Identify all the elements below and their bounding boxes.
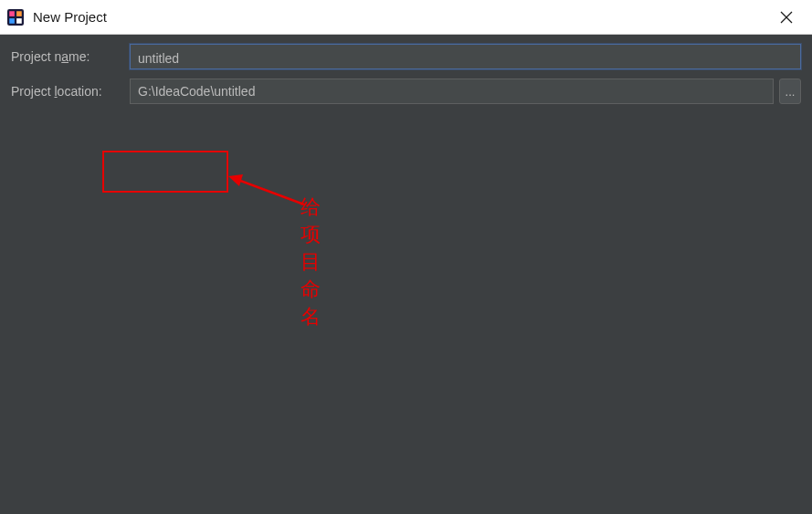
window-title: New Project <box>33 9 107 25</box>
browse-button[interactable]: ... <box>779 79 801 104</box>
svg-rect-1 <box>9 11 15 16</box>
svg-rect-4 <box>16 18 22 24</box>
project-name-row: Project name: untitled <box>11 44 801 69</box>
annotation-box <box>102 151 228 193</box>
title-bar: New Project <box>0 0 812 35</box>
annotation-arrow-icon <box>227 172 309 208</box>
annotation-text: 给项目命名 <box>301 194 321 330</box>
svg-rect-2 <box>16 11 22 16</box>
project-location-label: Project location: <box>11 84 124 99</box>
app-icon <box>7 9 24 26</box>
dialog-content: Project name: untitled Project location:… <box>0 35 812 122</box>
svg-line-7 <box>236 179 304 205</box>
project-name-label: Project name: <box>11 49 124 64</box>
project-name-value: untitled <box>138 51 179 66</box>
svg-marker-8 <box>228 174 243 186</box>
project-location-row: Project location: ... <box>11 79 801 104</box>
svg-rect-3 <box>9 18 15 24</box>
project-name-input[interactable]: untitled <box>130 44 801 69</box>
close-button[interactable] <box>768 4 805 31</box>
project-location-input[interactable] <box>130 79 774 104</box>
browse-label: ... <box>786 85 796 99</box>
close-icon <box>780 11 793 24</box>
